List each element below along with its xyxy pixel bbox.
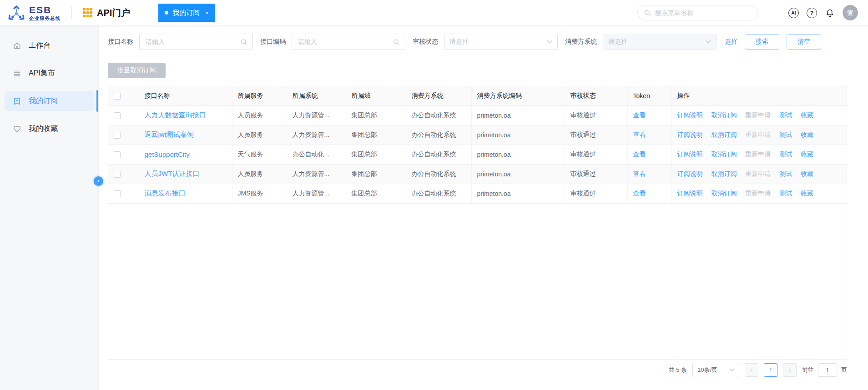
action-favorite[interactable]: 收藏	[801, 131, 813, 138]
table-row: getSupportCity 天气服务 办公自动化... 集团总部 办公自动化系…	[108, 145, 847, 164]
action-test[interactable]: 测试	[779, 170, 792, 177]
action-test[interactable]: 测试	[779, 111, 792, 119]
token-view-link[interactable]: 查看	[633, 131, 646, 138]
action-favorite[interactable]: 收藏	[801, 111, 813, 119]
row-checkbox[interactable]	[114, 112, 121, 119]
active-indicator-bar	[96, 90, 98, 112]
help-icon[interactable]: ?	[807, 8, 817, 18]
sidebar-item-my-favorites[interactable]: 我的收藏	[5, 119, 94, 139]
token-view-link[interactable]: 查看	[633, 190, 646, 197]
next-page-button: ›	[783, 363, 797, 377]
interface-code-field[interactable]	[292, 34, 405, 50]
interface-name-link[interactable]: 返回jwt测试案例	[145, 130, 194, 138]
user-avatar[interactable]: 管	[843, 5, 858, 20]
system-cell: 办公自动化...	[287, 145, 346, 164]
token-view-link[interactable]: 查看	[633, 111, 646, 119]
select-all-checkbox[interactable]	[114, 93, 121, 100]
goto-label: 前往	[802, 366, 814, 374]
brand: ESB 企业服务总线	[7, 4, 61, 22]
chevron-down-icon	[547, 40, 552, 44]
action-subscription-desc[interactable]: 订阅说明	[677, 131, 703, 138]
notification-bell-icon[interactable]	[825, 8, 835, 18]
action-cancel-subscription[interactable]: 取消订阅	[711, 190, 737, 197]
subscriptions-table: 接口名称 所属服务 所属系统 所属域 消费方系统 消费方系统编码 审核状态 To…	[108, 86, 847, 360]
interface-name-link[interactable]: getSupportCity	[145, 150, 190, 158]
consumer-code-cell: primeton.oa	[471, 164, 565, 184]
status-cell: 审核通过	[565, 184, 627, 203]
interface-name-label: 接口名称	[108, 38, 133, 46]
grid-icon	[83, 8, 92, 18]
header-actions: 操作	[671, 86, 847, 105]
action-cancel-subscription[interactable]: 取消订阅	[711, 111, 737, 119]
interface-code-input[interactable]	[297, 38, 393, 46]
interface-name-input[interactable]	[145, 38, 241, 46]
action-test[interactable]: 测试	[779, 150, 792, 158]
domain-cell: 集团总部	[346, 184, 406, 203]
action-reapply: 重新申请	[745, 111, 771, 119]
action-favorite[interactable]: 收藏	[801, 170, 813, 177]
row-checkbox[interactable]	[114, 171, 121, 178]
action-subscription-desc[interactable]: 订阅说明	[677, 111, 703, 119]
row-checkbox[interactable]	[114, 190, 121, 197]
action-cancel-subscription[interactable]: 取消订阅	[711, 170, 737, 177]
action-cancel-subscription[interactable]: 取消订阅	[711, 150, 737, 158]
batch-unsubscribe-button[interactable]: 批量取消订阅	[108, 63, 166, 78]
filter-bar: 接口名称 接口编码 审核状态 请选择 消费方系统 请选择	[108, 34, 847, 50]
choose-link[interactable]: 选择	[725, 38, 737, 46]
goto-page-input[interactable]	[818, 363, 837, 377]
search-button[interactable]: 搜索	[745, 34, 779, 50]
action-cancel-subscription[interactable]: 取消订阅	[711, 131, 737, 138]
header-service: 所属服务	[232, 86, 287, 105]
interface-name-link[interactable]: 人力大数据查询接口	[145, 111, 206, 119]
sidebar-item-workbench[interactable]: 工作台	[5, 35, 94, 55]
row-checkbox[interactable]	[114, 151, 121, 158]
tab-my-subscriptions[interactable]: 我的订阅 ×	[158, 4, 215, 22]
action-subscription-desc[interactable]: 订阅说明	[677, 170, 703, 177]
menu-search-input[interactable]	[654, 9, 752, 17]
header-interface-name: 接口名称	[139, 86, 232, 105]
sidebar-collapse-toggle[interactable]: ‹	[94, 176, 103, 186]
action-favorite[interactable]: 收藏	[801, 150, 813, 158]
consumer-cell: 办公自动化系统	[406, 105, 471, 125]
interface-name-link[interactable]: 人员JWT认证接口	[145, 170, 200, 177]
search-icon	[393, 39, 400, 45]
sidebar-item-label: 我的订阅	[29, 96, 58, 106]
interface-name-field[interactable]	[139, 34, 253, 50]
topbar-divider	[71, 7, 72, 19]
action-reapply: 重新申请	[745, 170, 771, 177]
consumer-code-cell: primeton.oa	[471, 145, 565, 164]
sidebar-item-my-subscriptions[interactable]: 我的订阅	[5, 91, 94, 111]
select-placeholder: 请选择	[608, 38, 627, 46]
token-view-link[interactable]: 查看	[633, 170, 646, 177]
action-test[interactable]: 测试	[779, 190, 792, 197]
token-view-link[interactable]: 查看	[633, 150, 646, 158]
ai-assistant-icon[interactable]: AI	[788, 8, 799, 18]
audit-status-select[interactable]: 请选择	[444, 34, 558, 50]
tab-close-icon[interactable]: ×	[205, 10, 209, 16]
row-checkbox[interactable]	[114, 132, 121, 139]
service-cell: 人员服务	[232, 125, 287, 145]
page-number-1[interactable]: 1	[764, 363, 777, 377]
sidebar-item-api-market[interactable]: API集市	[5, 63, 94, 83]
consumer-cell: 办公自动化系统	[406, 145, 471, 164]
pagination: 共 5 条 10条/页 ‹ 1 › 前往 页	[108, 360, 847, 380]
clear-button[interactable]: 清空	[787, 34, 821, 50]
action-subscription-desc[interactable]: 订阅说明	[677, 190, 703, 197]
page-size-select[interactable]: 10条/页	[692, 363, 739, 377]
consumer-code-cell: primeton.oa	[471, 105, 565, 125]
table-row: 返回jwt测试案例 人员服务 人力资源管... 集团总部 办公自动化系统 pri…	[108, 125, 847, 145]
status-cell: 审核通过	[565, 125, 627, 145]
menu-search[interactable]	[637, 5, 758, 20]
total-count: 共 5 条	[669, 366, 687, 374]
action-reapply: 重新申请	[745, 131, 771, 138]
consumer-code-cell: primeton.oa	[471, 125, 565, 145]
sidebar: 工作台 API集市 我的订阅 我的收藏	[0, 25, 99, 390]
action-favorite[interactable]: 收藏	[801, 190, 813, 197]
interface-name-link[interactable]: 消息发布接口	[145, 189, 186, 197]
action-test[interactable]: 测试	[779, 131, 792, 138]
select-placeholder: 请选择	[449, 38, 469, 46]
search-icon	[644, 10, 651, 16]
prev-page-button: ‹	[745, 363, 758, 377]
action-subscription-desc[interactable]: 订阅说明	[677, 150, 703, 158]
sidebar-item-label: 我的收藏	[29, 124, 58, 134]
